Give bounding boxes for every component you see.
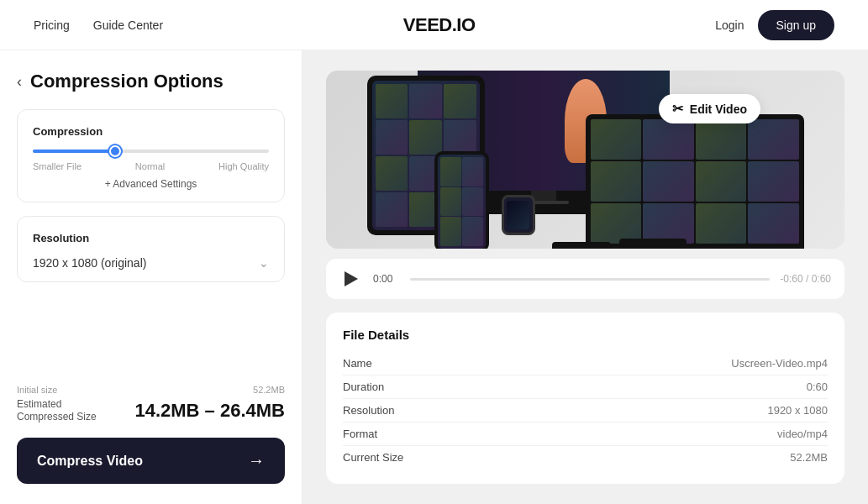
device-watch-screen	[507, 201, 529, 229]
detail-value: video/mp4	[777, 428, 828, 440]
time-current: 0:00	[373, 273, 400, 285]
video-preview: VIDA	[326, 71, 844, 249]
edit-video-label: Edit Video	[690, 102, 747, 116]
device-box-2	[619, 239, 687, 249]
initial-size-row: Initial size 52.2MB	[17, 385, 285, 395]
device-laptop-screen	[586, 114, 804, 249]
detail-value: 52.2MB	[790, 451, 828, 464]
navbar: Pricing Guide Center VEED.IO Login Sign …	[0, 0, 868, 50]
file-details-title: File Details	[343, 328, 828, 342]
compressed-value: 14.2MB – 26.4MB	[134, 400, 285, 422]
resolution-select[interactable]: 1920 x 1080 (original) ⌄	[33, 256, 269, 270]
slider-fill	[33, 150, 115, 153]
label-high-quality: High Quality	[218, 161, 269, 171]
grid-thumb	[643, 161, 694, 202]
progress-bar[interactable]	[410, 278, 770, 281]
grid-thumb	[440, 157, 461, 186]
grid-thumb	[462, 187, 483, 217]
slider-labels: Smaller File Normal High Quality	[33, 161, 269, 171]
grid-thumb	[444, 84, 476, 118]
grid-thumb	[444, 120, 476, 155]
compress-video-button[interactable]: Compress Video →	[17, 438, 285, 484]
compressed-row: Estimated Compressed Size 14.2MB – 26.4M…	[17, 398, 285, 424]
chevron-down-icon: ⌄	[259, 256, 269, 270]
grid-thumb	[591, 161, 642, 202]
grid-thumb	[462, 157, 483, 186]
detail-row: Current Size 52.2MB	[343, 446, 828, 469]
grid-thumb	[696, 203, 747, 244]
detail-rows: Name Uscreen-Video.mp4 Duration 0:60 Res…	[343, 352, 828, 469]
nav-left: Pricing Guide Center	[34, 18, 163, 32]
scissors-icon: ✂	[672, 101, 683, 117]
grid-thumb	[409, 84, 442, 118]
right-panel: VIDA	[302, 50, 868, 504]
nav-pricing[interactable]: Pricing	[34, 18, 70, 32]
device-laptop	[586, 114, 804, 249]
time-end: -0:60 / 0:60	[780, 273, 831, 285]
back-header: ‹ Compression Options	[17, 71, 285, 92]
grid-thumb	[376, 84, 408, 118]
nav-logo: VEED.IO	[403, 14, 476, 36]
resolution-card: Resolution 1920 x 1080 (original) ⌄	[17, 216, 285, 282]
main-content: ‹ Compression Options Compression Smalle…	[0, 50, 868, 504]
compression-label: Compression	[33, 125, 269, 138]
grid-thumb	[696, 161, 747, 202]
play-icon	[345, 271, 358, 286]
slider-track[interactable]	[33, 150, 269, 153]
grid-thumb	[591, 119, 642, 160]
detail-value: 1920 x 1080	[767, 404, 828, 417]
grid-thumb	[462, 217, 483, 246]
nav-guide[interactable]: Guide Center	[93, 18, 163, 32]
nav-right: Login Sign up	[715, 10, 834, 40]
label-normal: Normal	[135, 161, 165, 171]
compression-card: Compression Smaller File Normal High Qua…	[17, 109, 285, 202]
detail-key: Format	[343, 428, 377, 440]
initial-size-label: Initial size	[17, 385, 57, 395]
video-controls: 0:00 -0:60 / 0:60	[326, 259, 844, 299]
slider-container[interactable]: Smaller File Normal High Quality	[33, 150, 269, 171]
compress-btn-label: Compress Video	[37, 454, 143, 469]
page-title: Compression Options	[30, 71, 224, 92]
grid-thumb	[748, 119, 799, 160]
device-box-1	[552, 242, 611, 249]
resolution-value: 1920 x 1080 (original)	[33, 256, 146, 270]
detail-key: Duration	[343, 381, 384, 393]
initial-size-value: 52.2MB	[253, 385, 285, 395]
compressed-label: Estimated Compressed Size	[17, 398, 97, 424]
grid-thumb	[748, 203, 799, 244]
device-phone-screen	[438, 155, 486, 249]
grid-thumb	[696, 119, 747, 160]
detail-value: Uscreen-Video.mp4	[731, 357, 828, 370]
grid-thumb	[643, 119, 694, 160]
detail-key: Name	[343, 357, 372, 370]
resolution-label: Resolution	[33, 232, 269, 244]
detail-row: Duration 0:60	[343, 375, 828, 399]
compress-btn-arrow-icon: →	[248, 451, 265, 470]
label-small-file: Smaller File	[33, 161, 82, 171]
grid-thumb	[409, 120, 442, 155]
stats-section: Initial size 52.2MB Estimated Compressed…	[17, 378, 285, 484]
grid-thumb	[591, 203, 642, 244]
grid-thumb	[440, 187, 461, 217]
advanced-settings[interactable]: + Advanced Settings	[33, 178, 269, 190]
grid-thumb	[376, 192, 408, 227]
detail-value: 0:60	[807, 381, 828, 393]
device-watch	[502, 195, 535, 235]
detail-row: Name Uscreen-Video.mp4	[343, 352, 828, 375]
detail-row: Format video/mp4	[343, 423, 828, 446]
play-button[interactable]	[339, 267, 363, 291]
file-details: File Details Name Uscreen-Video.mp4 Dura…	[326, 312, 844, 484]
grid-thumb	[376, 156, 408, 191]
left-panel: ‹ Compression Options Compression Smalle…	[0, 50, 302, 504]
grid-thumb	[643, 203, 694, 244]
device-phone	[434, 151, 489, 249]
edit-video-badge[interactable]: ✂ Edit Video	[659, 94, 760, 123]
slider-thumb[interactable]	[109, 145, 121, 157]
detail-key: Resolution	[343, 404, 394, 417]
detail-row: Resolution 1920 x 1080	[343, 399, 828, 423]
grid-thumb	[748, 161, 799, 202]
back-arrow[interactable]: ‹	[17, 73, 22, 91]
grid-thumb	[376, 120, 408, 155]
signup-button[interactable]: Sign up	[758, 10, 834, 40]
login-button[interactable]: Login	[715, 18, 744, 32]
